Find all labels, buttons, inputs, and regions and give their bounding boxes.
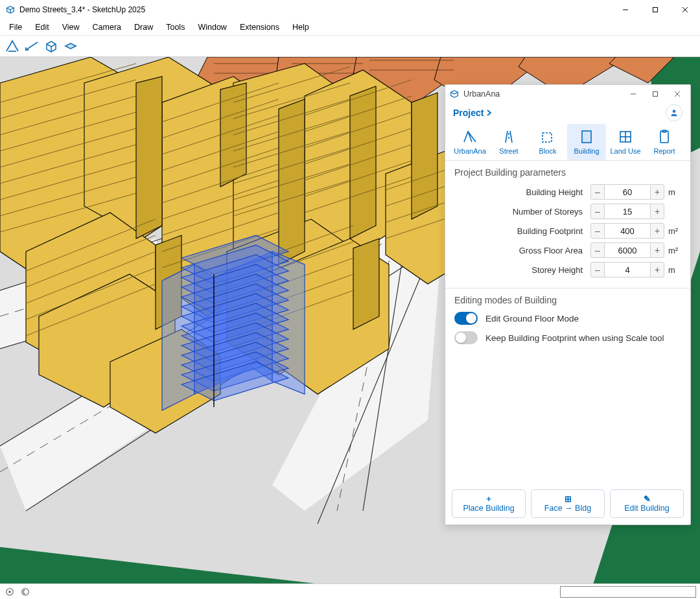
menu-view[interactable]: View [56,21,86,33]
toolbar [0,35,700,57]
window-title: Demo Streets_3.4* - SketchUp 2025 [19,5,145,14]
menu-bar: File Edit View Camera Draw Tools Window … [0,19,700,35]
panel-app-icon [449,89,460,99]
param-unit: m² [664,226,681,236]
decrement-button[interactable]: – [590,242,605,258]
param-value[interactable]: 4 [605,262,650,277]
svg-marker-42 [353,239,379,329]
param-value[interactable]: 15 [605,204,650,219]
place-building-button[interactable]: + Place Building [452,489,526,518]
section-title-params: Project Building parameters [454,167,681,178]
svg-rect-117 [582,131,591,143]
status-credits-icon[interactable] [19,586,31,598]
maximize-button[interactable] [640,0,670,19]
toggle-edit-ground-floor[interactable] [454,312,478,325]
toolbar-tool-2[interactable] [23,37,41,55]
tab-street[interactable]: Street [489,124,528,160]
edit-building-button[interactable]: ✎ Edit Building [610,489,684,518]
svg-rect-1 [653,8,658,12]
tab-label: UrbanAna [454,147,486,155]
section-title-modes: Editing modes of Building [454,295,681,305]
tab-label: Street [499,147,518,155]
menu-camera[interactable]: Camera [86,21,128,33]
status-bar [0,583,700,599]
measurements-input[interactable] [560,586,696,598]
toggle-keep-footprint[interactable] [454,331,478,344]
param-building-footprint: Building Footprint – 400 + m² [454,223,681,239]
menu-edit[interactable]: Edit [29,21,56,33]
increment-button[interactable]: + [650,262,664,277]
tab-block[interactable]: Block [528,124,567,160]
param-gross-floor-area: Gross Floor Area – 6000 + m² [454,242,681,258]
breadcrumb-label: Project [453,108,484,118]
increment-button[interactable]: + [650,242,664,258]
decrement-button[interactable]: – [590,262,605,277]
face-icon: ⊞ [565,495,572,504]
tab-urbanana[interactable]: UrbanAna [450,124,489,160]
decrement-button[interactable]: – [590,223,605,239]
tab-label: Block [539,147,557,155]
param-storey-height: Storey Height – 4 + m [454,262,681,277]
face-to-building-button[interactable]: ⊞ Face → Bldg [531,489,605,518]
menu-extensions[interactable]: Extensions [233,21,286,33]
toggle-label: Keep Building Footprint when using Scale… [485,333,664,343]
minimize-button[interactable] [611,0,640,19]
menu-file[interactable]: File [3,21,29,33]
panel-minimize-button[interactable] [624,86,642,102]
param-label: Building Height [454,187,590,197]
panel-titlebar[interactable]: UrbanAna [445,85,690,103]
button-label: Edit Building [624,504,670,513]
param-value[interactable]: 6000 [605,242,650,258]
decrement-button[interactable]: – [590,204,605,219]
increment-button[interactable]: + [650,223,664,239]
menu-tools[interactable]: Tools [159,21,191,33]
param-label: Storey Height [454,265,590,275]
param-label: Gross Floor Area [454,246,590,255]
panel-tabs: UrbanAna Street Block Building Land Use … [445,123,690,160]
panel-close-button[interactable] [668,86,686,102]
status-geolocation-icon[interactable] [4,586,16,598]
svg-point-110 [9,591,10,592]
tab-label: Building [574,147,599,155]
tab-building[interactable]: Building [567,124,606,160]
param-unit: m [664,265,681,275]
tab-label: Report [653,147,675,155]
param-unit: m [664,187,681,197]
svg-marker-40 [412,93,438,219]
panel-maximize-button[interactable] [646,86,664,102]
tab-landuse[interactable]: Land Use [606,124,645,160]
pencil-icon: ✎ [644,495,651,504]
param-unit: m² [664,246,681,255]
toolbar-tool-4[interactable] [62,37,80,55]
close-button[interactable] [670,0,700,19]
tab-label: Land Use [610,147,640,155]
chevron-right-icon [486,110,493,116]
menu-window[interactable]: Window [191,21,233,33]
menu-help[interactable]: Help [286,21,316,33]
tab-report[interactable]: Report [645,124,684,160]
param-number-of-storeys: Number of Storeys – 15 + [454,204,681,219]
toolbar-tool-1[interactable] [3,37,21,55]
toggle-label: Edit Ground Floor Mode [485,314,579,323]
increment-button[interactable]: + [650,184,664,200]
window-titlebar: Demo Streets_3.4* - SketchUp 2025 [0,0,700,19]
menu-draw[interactable]: Draw [128,21,159,33]
param-value[interactable]: 60 [605,184,650,200]
increment-button[interactable]: + [650,204,664,219]
breadcrumb-project[interactable]: Project [453,108,493,118]
decrement-button[interactable]: – [590,184,605,200]
plus-icon: + [486,495,491,504]
svg-point-116 [673,110,676,113]
param-building-height: Building Height – 60 + m [454,184,681,200]
user-avatar-button[interactable] [666,104,682,121]
svg-point-111 [22,588,29,595]
urbanana-panel: UrbanAna Project UrbanAna Street Block [445,84,691,525]
param-value[interactable]: 400 [605,223,650,239]
svg-rect-113 [653,92,658,97]
svg-marker-36 [136,76,162,239]
toolbar-tool-3[interactable] [42,37,60,55]
param-label: Number of Storeys [454,207,590,217]
app-icon [5,5,16,15]
button-label: Face → Bldg [544,504,591,513]
param-label: Building Footprint [454,226,590,236]
